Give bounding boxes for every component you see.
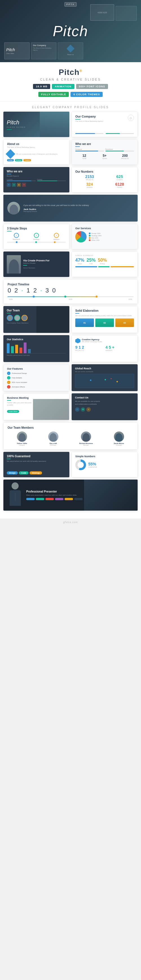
slide-guarantee: 100% Guaranteed We stand behind our work… bbox=[3, 452, 70, 477]
slides-row-10: Our Features ✓ Professional Design ✓ Ful… bbox=[3, 364, 138, 391]
hero-bottom-thumbs: Pitch Clean Slides Our Company The Story… bbox=[4, 42, 83, 59]
hero-slide-thumbs: 4350 625 bbox=[90, 4, 137, 21]
color-pill-purple bbox=[55, 498, 63, 500]
member-card-4: Sarah Moore Strategist bbox=[114, 431, 124, 446]
jack-quote-block: If you are not willing to risk the usual… bbox=[24, 204, 134, 213]
slide-features: Our Features ✓ Professional Design ✓ Ful… bbox=[3, 364, 70, 391]
pct3: 50% bbox=[98, 258, 107, 263]
m2-role: Developer bbox=[48, 444, 59, 446]
badge-size: 18.9 MB bbox=[33, 84, 50, 89]
slides-row-5: 3 Simple Steps 1 Research 2 Strategy 3 S… bbox=[3, 224, 138, 249]
pptx-badge: PPTX bbox=[65, 2, 77, 6]
donut-chart bbox=[75, 460, 86, 470]
stat-lbl3: Awards bbox=[75, 186, 104, 188]
product-info: Pitch® CLEAN & CREATIVE SLIDES 18.9 MB A… bbox=[0, 62, 141, 102]
icon-3: ◉ bbox=[17, 183, 21, 187]
guarantee-body: We stand behind our work with full quali… bbox=[7, 460, 66, 462]
contact-icons: ✉ ☎ ⊕ bbox=[75, 407, 134, 412]
team-members: Our Creative Team Members bbox=[7, 322, 66, 324]
slide-white-info: Creative Agency We deliver amazing resul… bbox=[71, 335, 138, 362]
m3-role: Manager bbox=[79, 444, 93, 446]
team-grid-title: Our Team Members bbox=[8, 426, 133, 429]
slide-infographic: Our Services Design 36% Strategy 28% bbox=[71, 224, 138, 249]
who-dark-title: Who we are bbox=[7, 170, 66, 173]
badge-themes: 6 COLOR THEMES bbox=[71, 92, 103, 97]
jack-name: Jack Sudiro bbox=[24, 208, 134, 210]
stat-num4: 6128 bbox=[106, 182, 134, 186]
bar-5 bbox=[24, 342, 27, 353]
slide-who-we-are-light: Who we are Designer Developer 12 Te bbox=[71, 139, 138, 165]
slide-about-us: About us The Story of About Marketing Ag… bbox=[3, 139, 70, 165]
elab-col-2: 02 bbox=[95, 318, 114, 327]
step-3: 3 Solution bbox=[47, 233, 66, 240]
badge-icons: 500+ FONT ICONS bbox=[76, 84, 108, 89]
bar-1 bbox=[7, 343, 10, 353]
g-pill-3: Strategy bbox=[30, 471, 42, 474]
stat-lbl2: Clients bbox=[106, 179, 134, 181]
feature-1: ✓ Professional Design bbox=[7, 372, 66, 375]
t-date-2: 10/09 bbox=[69, 298, 73, 300]
our-company-title: Our Company bbox=[75, 115, 103, 118]
wi-num1: 9 1 2 bbox=[75, 345, 104, 350]
global-sub: We are active worldwide bbox=[75, 371, 134, 372]
watermark-text: gfxtra.com bbox=[2, 521, 139, 523]
slide-timeline: Project Timeline 0 2 · 1 2 · 3 0 01/09 1… bbox=[3, 279, 138, 304]
person-desc: Simon Numbers bbox=[23, 267, 50, 269]
product-subtitle: CLEAN & CREATIVE SLIDES bbox=[0, 78, 141, 81]
hero-title-block: Pitch bbox=[53, 22, 88, 40]
person-name: Via Create Proven For bbox=[23, 259, 50, 262]
map-placeholder bbox=[75, 374, 134, 388]
who-dark-sub: BULMA Team & bbox=[7, 175, 66, 177]
slides-row-8: Our Team Our Creative Team Members Solid… bbox=[3, 306, 138, 333]
slide-dark-info: Our Statistics Monthly performance overv… bbox=[3, 335, 70, 362]
slide-team-grid: Our Team Members Fahrer Yaller Designer bbox=[3, 422, 138, 450]
slide-stats: Our Numbers 2153 Projects 625 Clients 32… bbox=[71, 167, 138, 192]
meeting-cta: Learn More bbox=[7, 410, 19, 413]
stats-heading: Our Numbers bbox=[75, 170, 134, 173]
member-card-2: Day craft Developer bbox=[48, 431, 59, 446]
meeting-title: Business Meeting bbox=[7, 396, 66, 399]
jack-avatar bbox=[7, 202, 20, 215]
pct2-lbl: Code bbox=[87, 263, 96, 264]
slide-man-suit: Professional Presenter Make your present… bbox=[3, 480, 138, 511]
simple-numbers-title: Simple Numbers bbox=[75, 455, 134, 458]
slide-thumb-bottom-2: Our Company The Story of About Marketing… bbox=[31, 42, 56, 59]
about-us-body: The Story of About Marketing Agency bbox=[7, 146, 66, 148]
who-we-are-title: Who we are bbox=[75, 142, 134, 146]
about-us-title: About us bbox=[7, 142, 66, 146]
color-pill-red bbox=[45, 498, 54, 500]
dark-info-sub: Monthly performance overview bbox=[7, 354, 66, 356]
slides-row-7: Project Timeline 0 2 · 1 2 · 3 0 01/09 1… bbox=[3, 279, 138, 304]
guarantee-pills: Design Code Strategy bbox=[7, 471, 66, 474]
slides-row-14: Professional Presenter Make your present… bbox=[3, 480, 138, 511]
stat-lbl4: Hours bbox=[106, 186, 134, 188]
timeline-bar bbox=[8, 296, 133, 297]
bar-4 bbox=[19, 348, 22, 353]
timeline-title: Project Timeline bbox=[8, 283, 133, 286]
slide-percentages: Simon Numbers 47% Design 25% Code 50% St… bbox=[71, 251, 138, 277]
pct2: 25% bbox=[87, 258, 96, 263]
slide-person-dark: Via Create Proven For Delivery Dimatia S… bbox=[3, 251, 70, 277]
team-title: Our Team bbox=[7, 309, 66, 312]
progress-l1: Creativity bbox=[7, 178, 36, 180]
suit-body: Make your presentation stand out with ou… bbox=[26, 494, 134, 496]
slide-solid-elab: Solid Elaboration We are passionate abou… bbox=[71, 306, 138, 333]
slides-row-13: 100% Guaranteed We stand behind our work… bbox=[3, 452, 138, 477]
who-label-1: Designer bbox=[75, 148, 104, 150]
slide-team: Our Team Our Creative Team Members bbox=[3, 306, 70, 333]
slide-meeting: Business Meeting Farther talks your pitc… bbox=[3, 393, 70, 420]
icon-4: ★ bbox=[22, 183, 26, 187]
pie-chart bbox=[75, 231, 87, 242]
slide-3-steps: 3 Simple Steps 1 Research 2 Strategy 3 S… bbox=[3, 224, 70, 249]
stat-num2: 625 bbox=[106, 174, 134, 179]
color-pills bbox=[26, 498, 134, 500]
slide-pitch-cover: Pitch CLEAN SLIDES bbox=[3, 111, 70, 137]
g-pill-1: Design bbox=[7, 471, 18, 474]
elab-title: Solid Elaboration bbox=[75, 309, 134, 312]
slide-our-company: Our Company The Story of About Marketing… bbox=[71, 111, 138, 137]
badges-row-2: FULLY EDITABLE 6 COLOR THEMES bbox=[0, 92, 141, 97]
progress-l2: Strategy bbox=[37, 178, 66, 180]
t-date-3: 21/09 bbox=[128, 298, 132, 300]
bar-6 bbox=[28, 349, 31, 353]
color-pill-blue bbox=[26, 498, 35, 500]
